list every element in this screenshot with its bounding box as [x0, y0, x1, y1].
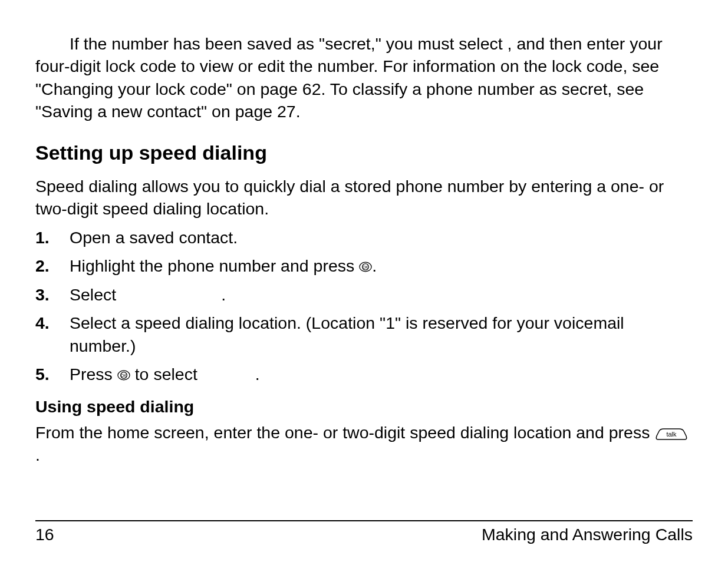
- step-3-text-b: .: [221, 285, 226, 304]
- page-footer: 16 Making and Answering Calls: [35, 520, 693, 544]
- steps-list: Open a saved contact. Highlight the phon…: [35, 226, 693, 386]
- speed-intro-paragraph: Speed dialing allows you to quickly dial…: [35, 175, 693, 220]
- page: If the number has been saved as "secret,…: [0, 0, 728, 562]
- page-content: If the number has been saved as "secret,…: [35, 32, 693, 520]
- step-2-text-a: Highlight the phone number and press: [70, 256, 359, 275]
- step-2-text-b: .: [372, 256, 377, 275]
- ok-icon: OK: [359, 256, 372, 269]
- using-text-a: From the home screen, enter the one- or …: [35, 423, 654, 442]
- step-5-text-c: .: [255, 365, 260, 384]
- using-text-b: .: [35, 445, 40, 464]
- step-5-text-a: Press: [70, 365, 117, 384]
- section-heading: Setting up speed dialing: [35, 140, 693, 167]
- step-5-text-b: to select: [130, 365, 202, 384]
- step-5: Press OK to select .: [70, 363, 693, 385]
- talk-button-icon: talk: [654, 424, 689, 437]
- subheading: Using speed dialing: [35, 395, 693, 418]
- step-3-text-a: Select: [70, 285, 121, 304]
- step-4: Select a speed dialing location. (Locati…: [70, 312, 693, 357]
- ok-icon: OK: [117, 365, 130, 378]
- svg-text:talk: talk: [667, 431, 677, 438]
- svg-text:OK: OK: [121, 373, 127, 378]
- step-1: Open a saved contact.: [70, 226, 693, 249]
- step-1-text: Open a saved contact.: [70, 228, 238, 247]
- page-number: 16: [35, 525, 54, 544]
- chapter-title: Making and Answering Calls: [482, 525, 693, 544]
- step-3: Select .: [70, 283, 693, 306]
- step-4-text: Select a speed dialing location. (Locati…: [70, 313, 624, 355]
- using-paragraph: From the home screen, enter the one- or …: [35, 421, 693, 467]
- step-2: Highlight the phone number and press OK.: [70, 254, 693, 277]
- intro-text: If the number has been saved as "secret,…: [35, 34, 663, 121]
- intro-paragraph: If the number has been saved as "secret,…: [35, 32, 693, 123]
- svg-text:OK: OK: [363, 265, 368, 269]
